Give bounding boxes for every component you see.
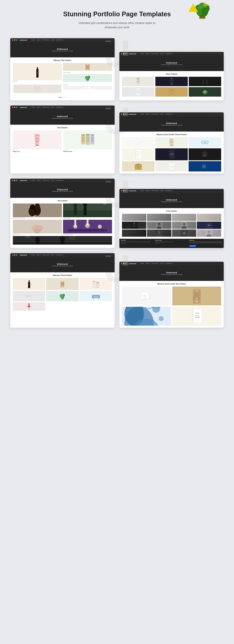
bride-scene-icon [13,220,62,234]
nav-home-3: HOME [31,107,35,108]
svg-rect-58 [36,140,39,142]
box-icon [202,78,208,84]
subscribe-input[interactable] [189,241,222,244]
svg-rect-96 [137,154,140,154]
browser-dot-yellow-2 [123,53,124,54]
svg-point-126 [30,204,35,209]
svg-marker-41 [202,79,208,80]
browser-nav-3: HOME ABOUT PORTFOLIO BLOG ELEMENTS ▾ [31,107,64,108]
svg-point-108 [203,157,206,158]
svg-point-14 [87,64,88,66]
browser-dot-green-8 [125,263,126,264]
bride-item: Bride and Dream [13,220,62,235]
svg-rect-195 [96,282,99,283]
section-title-1: Masonry Two Column [13,60,112,61]
svg-rect-65 [86,136,89,142]
dot-inactive-1 [63,97,64,98]
tag-3col [46,278,79,290]
svg-rect-217 [194,294,200,294]
nav-elements-4: ELEMENTS ▾ [165,114,173,115]
svg-point-239 [192,315,193,316]
screenshot-masonry-2col: unbound HOME ABOUT PORTFOLIO BLOG ELEMEN… [10,38,114,100]
svg-rect-62 [82,137,84,142]
svg-point-91 [136,154,136,154]
hero-sub-7: Professional Agency WordPress Theme [52,265,73,266]
plastic-pouch-img [64,130,112,149]
tag-img [63,63,112,71]
svg-text:Mockup: Mockup [195,315,199,316]
yellow-triangle-icon [188,4,198,12]
browser-dot-yellow-6 [123,190,124,191]
footer-posts-date: Jan 1, 2024 [155,242,188,244]
four-col-grid [122,214,221,237]
svg-rect-193 [93,281,96,282]
arrangement-img [63,220,112,234]
nav-about-4: ABOUT [146,114,150,115]
mini-hero-4: Unbound Professional Agency WordPress Th… [120,116,224,132]
paper-cup-item: Live ABSTRACT Paper Cup [13,130,62,152]
notebook-item: Noted [122,148,154,160]
svg-text:Live: Live [36,138,38,139]
svg-rect-162 [60,242,64,244]
salt-icon [136,78,140,85]
browser-dot-green-7 [16,254,17,256]
browser-dot-yellow-7 [14,254,15,256]
browser-logo-4: unbound [129,114,136,115]
abstract-portrait-icon [197,222,221,229]
svg-point-92 [136,156,136,156]
svg-rect-188 [61,284,64,284]
tag-label: Custom Design [63,72,112,73]
subscribe-button[interactable]: SUBSCRIBE [189,245,196,247]
mini-content-4: Masonry Zoom Center Three Column enjoy l… [120,132,224,174]
mug-white-1: enjoy little [122,137,154,148]
footer-col-1: unbound Text here about a brief descript… [121,240,154,244]
svg-point-229 [159,316,164,321]
svg-rect-42 [204,80,206,84]
nav-elements-6: ELEMENTS ▾ [165,190,173,192]
woman-portrait-icon [172,222,196,229]
product-watch [155,77,188,86]
masonry-grid-1b: Stationery [13,84,112,94]
couple-scene-icon [13,204,62,217]
svg-text:it's up: it's up [203,166,205,167]
header-section: Stunning Portfolio Page Templates Unlimi… [10,7,224,38]
dark-scene-img [13,236,112,244]
hero-sub-6: Professional Agency WordPress Theme [161,201,182,202]
nav-portfolio-7: PORTFOLIO [42,254,49,256]
svg-rect-30 [137,78,139,79]
svg-point-207 [28,306,30,308]
mug-icon-1: enjoy little [135,140,141,145]
svg-point-54 [204,90,206,92]
stationery-3col: stationery [13,291,45,301]
svg-point-57 [36,145,39,146]
mini-hero-1: Unbound Professional Agency WordPress Th… [10,42,114,58]
arrangement-scene-icon [63,220,112,234]
browser-nav-5: HOME ABOUT PORTFOLIO BLOG ELEMENTS ▾ [31,180,64,181]
blue-mug-icon: it's up [202,164,208,169]
cosmetic-3col [80,278,112,290]
wine-label: Wine Bottle [13,80,62,82]
light-portrait [197,230,221,237]
wine-bottle-3col-icon [28,279,31,288]
dot-inactive-2 [66,97,66,98]
browser-dot-yellow-3 [14,107,15,108]
browser-header-8: unbound HOME ABOUT PORTFOLIO BLOG ELEMEN… [120,262,224,266]
svg-text:★: ★ [171,167,172,168]
svg-text:LAB: LAB [195,298,198,299]
browser-header-3: unbound HOME ABOUT PORTFOLIO BLOG ELEMEN… [10,106,114,109]
nav-blog-8: BLOG [160,263,164,264]
browser-header-5: unbound HOME ABOUT PORTFOLIO BLOG ELEMEN… [10,179,114,182]
tshirt-item: ★ [155,161,188,172]
svg-rect-245 [194,320,200,320]
browser-nav-7: HOME ABOUT PORTFOLIO BLOG ELEMENTS ▾ [31,254,64,256]
nav-dots-1 [13,95,112,98]
hero-title-1: Unbound [57,48,68,50]
svg-rect-164 [134,223,135,227]
svg-rect-104 [170,155,173,155]
hero-title-3: Unbound [57,115,68,118]
section-title-7: Masonry Three Column [13,274,112,276]
nav-about-5: ABOUT [37,180,41,181]
svg-rect-205 [98,298,98,299]
hero-sub-2: Professional Agency WordPress Theme [161,64,182,65]
svg-point-45 [138,95,138,95]
